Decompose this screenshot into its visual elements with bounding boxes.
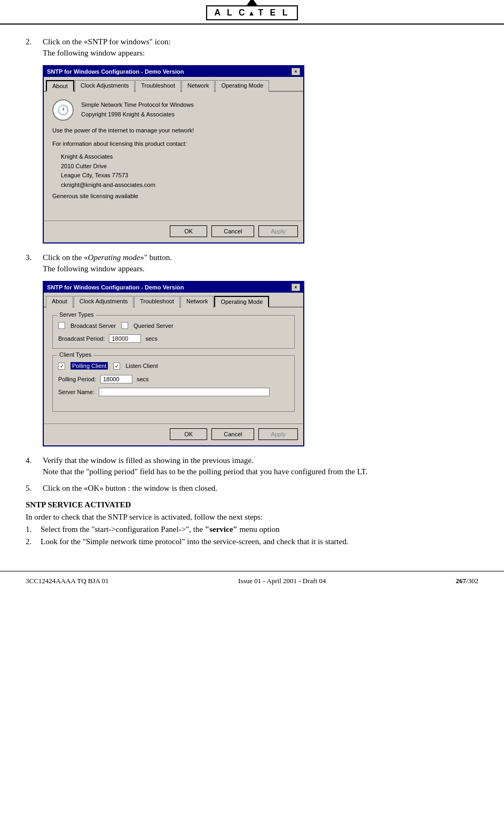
step-3-italic: Operating mode: [88, 253, 140, 262]
dialog2-buttons: OK Cancel Apply: [44, 423, 303, 445]
step-3-pre: Click on the «: [43, 253, 88, 262]
dialog2-cancel-button[interactable]: Cancel: [211, 428, 254, 440]
dialog2: SNTP for Windows Configuration - Demo Ve…: [43, 281, 304, 446]
section-para1: In order to check that the SNTP service …: [26, 513, 478, 522]
tab-operating-mode-d2[interactable]: Operating Mode: [214, 296, 269, 308]
step-3-text: Click on the «Operating mode»" button.: [43, 253, 172, 262]
broadcast-server-label: Broadcast Server: [70, 323, 116, 329]
dialog1-apply-button[interactable]: Apply: [258, 225, 298, 237]
item1-bold: "service": [205, 525, 238, 533]
step-2: 2. Click on the «SNTP for windows" icon:…: [26, 37, 478, 58]
tab-troubleshoot-d1[interactable]: Troubleshoot: [135, 80, 181, 92]
polling-period-row: Polling Period: secs: [58, 375, 289, 383]
clock-icon: 🕐: [52, 99, 74, 121]
dialog1-container: SNTP for Windows Configuration - Demo Ve…: [43, 65, 304, 244]
broadcast-period-label: Broadcast Period:: [58, 335, 105, 342]
step-3-indent: The following window appears.: [43, 264, 478, 273]
address-line-3: League City, Texas 77573: [61, 171, 295, 181]
footer-right: 267/302: [455, 577, 478, 585]
dialog2-title: SNTP for Windows Configuration - Demo Ve…: [47, 284, 184, 291]
address-line-2: 2010 Cutter Drive: [61, 162, 295, 171]
about-icon-row: 🕐 Simple Network Time Protocol for Windo…: [52, 99, 295, 121]
client-types-row: Polling Client Listen Client: [58, 362, 289, 370]
server-name-input[interactable]: [99, 388, 270, 396]
tab-operating-mode-d1[interactable]: Operating Mode: [215, 80, 269, 92]
about-address: Knight & Associates 2010 Cutter Drive Le…: [61, 152, 295, 190]
step-3-num: 3.: [26, 253, 43, 262]
broadcast-server-row: Broadcast Server Queried Server: [58, 322, 289, 329]
listen-client-checkbox[interactable]: [113, 363, 120, 370]
page-header: A L C▲T E L: [0, 0, 504, 25]
logo-triangle: [247, 0, 257, 5]
list-item-1-text: Select from the "start->configuration Pa…: [41, 525, 280, 534]
dialog1-cancel-button[interactable]: Cancel: [211, 225, 254, 237]
tab-network-d2[interactable]: Network: [180, 296, 214, 308]
server-name-row: Server Name:: [58, 388, 289, 396]
footer-left: 3CC12424AAAA TQ BJA 01: [26, 577, 108, 585]
server-types-label: Server Types: [57, 311, 96, 318]
tab-clock-adjustments-d1[interactable]: Clock Adjustments: [75, 80, 135, 92]
dialog2-titlebar: SNTP for Windows Configuration - Demo Ve…: [44, 282, 303, 293]
dialog1-title-buttons: ×: [292, 68, 300, 75]
about-contact: For information about licensing this pro…: [52, 139, 295, 148]
tab-about-d2[interactable]: About: [46, 296, 73, 308]
step-2-num: 2.: [26, 37, 43, 46]
list-item-1-num: 1.: [26, 525, 41, 534]
step-2-text: Click on the «SNTP for windows" icon:: [43, 37, 171, 46]
polling-period-label: Polling Period:: [58, 376, 96, 382]
tab-about-d1[interactable]: About: [46, 80, 74, 92]
list-item-2-num: 2.: [26, 537, 41, 546]
step-4-num: 4.: [26, 456, 43, 465]
list-item-2: 2. Look for the "Simple network time pro…: [26, 537, 478, 546]
queried-server-checkbox[interactable]: [121, 322, 128, 329]
tab-troubleshoot-d2[interactable]: Troubleshoot: [134, 296, 180, 308]
footer-right-rest: /302: [466, 577, 478, 585]
tab-clock-adjustments-d2[interactable]: Clock Adjustments: [74, 296, 133, 308]
broadcast-period-row: Broadcast Period: secs: [58, 334, 289, 343]
client-types-group: Client Types Polling Client Listen Clien…: [52, 355, 295, 412]
dialog1: SNTP for Windows Configuration - Demo Ve…: [43, 65, 304, 244]
about-description: Use the power of the internet to manage …: [52, 126, 295, 135]
dialog2-ok-button[interactable]: OK: [170, 428, 207, 440]
footer-right-bold: 267: [455, 577, 466, 585]
broadcast-server-checkbox[interactable]: [58, 322, 65, 329]
dialog1-close-btn[interactable]: ×: [292, 68, 300, 75]
dialog2-body: Server Types Broadcast Server Queried Se…: [44, 308, 303, 423]
polling-period-input[interactable]: [100, 375, 132, 383]
tab-network-d1[interactable]: Network: [182, 80, 215, 92]
dialog1-title: SNTP for Windows Configuration - Demo Ve…: [47, 68, 184, 75]
dialog2-apply-button[interactable]: Apply: [258, 428, 298, 440]
address-line-4: cknight@knight-and-associates.com: [61, 181, 295, 190]
alcatel-logo: A L C▲T E L: [206, 5, 298, 20]
step-4-note: Note that the "polling period" field has…: [43, 467, 478, 476]
list-item-2-text: Look for the "Simple network time protoc…: [41, 537, 349, 546]
list-item-1: 1. Select from the "start->configuration…: [26, 525, 478, 534]
dialog2-tabs: About Clock Adjustments Troubleshoot Net…: [44, 293, 303, 308]
polling-client-checkbox[interactable]: [58, 363, 65, 370]
dialog1-ok-button[interactable]: OK: [170, 225, 207, 237]
product-copyright: Copyright 1998 Knight & Associates: [81, 110, 194, 120]
item1-post: menu option: [238, 525, 280, 533]
item1-pre: Select from the "start->configuration Pa…: [41, 525, 205, 533]
footer-center: Issue 01 - April 2001 - Draft 04: [238, 577, 326, 585]
page-footer: 3CC12424AAAA TQ BJA 01 Issue 01 - April …: [0, 571, 504, 591]
step-5: 5. Click on the «OK» button : the window…: [26, 484, 478, 493]
broadcast-period-input[interactable]: [109, 334, 141, 343]
dialog2-close-btn[interactable]: ×: [292, 284, 300, 291]
dialog1-buttons: OK Cancel Apply: [44, 221, 303, 242]
about-product-text: Simple Network Time Protocol for Windows…: [81, 100, 194, 119]
queried-server-label: Queried Server: [133, 323, 174, 329]
main-content: 2. Click on the «SNTP for windows" icon:…: [0, 25, 504, 560]
dialog1-tabs: About Clock Adjustments Troubleshoot Net…: [44, 77, 303, 92]
clock-symbol: 🕐: [57, 104, 69, 116]
product-name: Simple Network Time Protocol for Windows: [81, 100, 194, 110]
step-5-num: 5.: [26, 484, 43, 493]
step-3-post: »" button.: [140, 253, 171, 262]
polling-period-unit: secs: [137, 376, 149, 382]
client-types-label: Client Types: [57, 351, 93, 358]
address-line-1: Knight & Associates: [61, 152, 295, 162]
step-3: 3. Click on the «Operating mode»" button…: [26, 253, 478, 273]
dialog2-container: SNTP for Windows Configuration - Demo Ve…: [43, 281, 304, 446]
dialog1-body: 🕐 Simple Network Time Protocol for Windo…: [44, 92, 303, 221]
logo-text: A L C▲T E L: [206, 5, 298, 20]
